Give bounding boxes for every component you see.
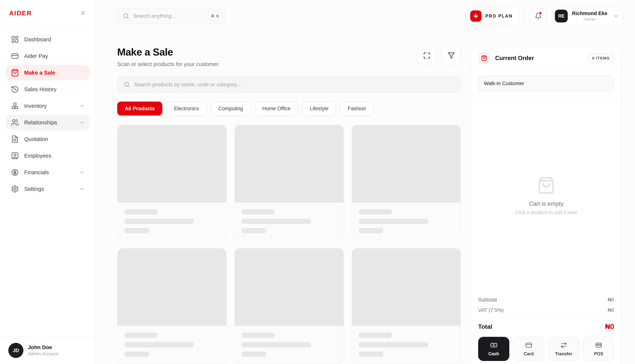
sidebar-item-label: Settings: [24, 186, 44, 192]
vat-value: ₦0: [607, 307, 614, 313]
payment-method-transfer[interactable]: Transfer: [548, 337, 579, 361]
category-pill-electronics[interactable]: Electronics: [166, 102, 207, 116]
category-filter-bar: All Products Electronics Computing Home …: [117, 102, 461, 116]
gear-icon: [11, 185, 19, 193]
chevron-down-icon: [79, 120, 85, 125]
global-search-input[interactable]: [133, 13, 204, 19]
category-pill-computing[interactable]: Computing: [211, 102, 251, 116]
chevron-down-icon: [613, 13, 619, 19]
empty-cart-subtitle: Click a product to add it here: [515, 210, 577, 216]
category-pill-lifestyle[interactable]: Lifestyle: [302, 102, 336, 116]
total-label: Total: [478, 323, 492, 330]
sidebar-item-financials[interactable]: Financials: [6, 165, 90, 180]
customer-select[interactable]: Walk-in Customer: [478, 76, 614, 91]
funnel-filter-icon: [448, 52, 455, 59]
order-panel-header: Current Order 0 ITEMS: [471, 46, 621, 70]
page-header: Make a Sale Scan or select products for …: [117, 46, 461, 68]
banknote-icon: [490, 342, 497, 349]
product-card-skeleton: [117, 248, 227, 364]
payment-method-selector: Cash Card Transfer POS: [471, 336, 621, 361]
vat-label: VAT (7.5%): [478, 307, 504, 313]
payment-label: Card: [524, 351, 533, 356]
sidebar-item-aider-pay[interactable]: Aider Pay: [6, 48, 90, 64]
sidebar-item-label: Quotation: [24, 136, 48, 142]
sidebar-account[interactable]: JD John Doe Admin Account: [0, 336, 96, 364]
users-icon: [11, 118, 19, 126]
product-card-skeleton: [234, 248, 344, 364]
product-card-skeleton: [352, 124, 461, 240]
sidebar-item-employees[interactable]: Employees: [6, 148, 90, 164]
sidebar-item-label: Aider Pay: [24, 53, 48, 59]
sidebar-item-settings[interactable]: Settings: [6, 181, 90, 197]
sidebar-item-label: Inventory: [24, 103, 47, 109]
sidebar-menu: Dashboard Aider Pay Make a Sale Sales Hi…: [0, 26, 96, 336]
credit-card-icon: [525, 342, 532, 349]
history-clock-icon: [11, 85, 19, 93]
sidebar-item-label: Sales History: [24, 86, 57, 92]
page-title: Make a Sale: [117, 46, 220, 58]
account-role: Admin Account: [28, 351, 58, 356]
payment-method-cash[interactable]: Cash: [478, 337, 509, 361]
filter-button[interactable]: [442, 46, 461, 65]
lightning-bolt-icon: [470, 10, 482, 22]
skeleton-image: [235, 125, 344, 202]
shopping-bag-icon: [478, 52, 490, 64]
user-role: Owner: [572, 17, 607, 22]
product-search[interactable]: [117, 76, 461, 92]
shopping-bag-icon: [11, 69, 19, 77]
topbar-actions: PRO PLAN RE Richmond Eke Owner: [467, 7, 624, 25]
account-name: John Doe: [28, 344, 58, 350]
close-icon: [79, 10, 87, 16]
user-menu[interactable]: RE Richmond Eke Owner: [552, 7, 624, 25]
category-pill-fashion[interactable]: Fashion: [340, 102, 374, 116]
total-value: ₦0: [605, 323, 614, 331]
empty-cart-title: Cart is empty: [529, 200, 563, 207]
dashboard-grid-icon: [11, 36, 19, 44]
subtotal-value: ₦0: [607, 297, 614, 303]
sidebar-close-button[interactable]: [79, 10, 87, 16]
sidebar-header: AIDER: [0, 0, 96, 26]
topbar: ⌘ K PRO PLAN RE Richmond Eke: [96, 0, 635, 32]
sidebar-item-relationships[interactable]: Relationships: [6, 115, 90, 130]
empty-cart-state: Cart is empty Click a product to add it …: [471, 97, 621, 295]
sidebar-item-inventory[interactable]: Inventory: [6, 98, 90, 114]
chevron-down-icon: [79, 186, 85, 192]
document-icon: [11, 135, 19, 143]
payment-method-card[interactable]: Card: [513, 337, 544, 361]
sidebar-item-quotation[interactable]: Quotation: [6, 132, 90, 147]
subtotal-row: Subtotal ₦0: [478, 297, 614, 303]
sidebar-item-make-a-sale[interactable]: Make a Sale: [6, 65, 90, 80]
sidebar: AIDER Dashboard Aider Pay Make a Sale Sa…: [0, 0, 96, 364]
global-search[interactable]: ⌘ K: [117, 8, 226, 24]
barcode-scan-button[interactable]: [417, 46, 437, 65]
pro-plan-label: PRO PLAN: [485, 14, 513, 19]
topbar-divider: [524, 12, 525, 20]
product-search-input[interactable]: [134, 82, 455, 88]
items-count-badge: 0 ITEMS: [587, 53, 614, 63]
sidebar-item-dashboard[interactable]: Dashboard: [6, 32, 90, 47]
page-header-actions: [417, 46, 461, 65]
product-card-skeleton: [117, 124, 227, 240]
payment-method-pos[interactable]: POS: [583, 337, 614, 361]
payment-label: Transfer: [555, 351, 572, 356]
summary-divider: [478, 318, 614, 318]
notifications-button[interactable]: [530, 8, 546, 24]
dollar-badge-icon: [11, 168, 19, 176]
pro-plan-button[interactable]: PRO PLAN: [467, 7, 519, 25]
category-pill-all-products[interactable]: All Products: [117, 102, 162, 116]
vat-row: VAT (7.5%) ₦0: [478, 307, 614, 313]
app-window: AIDER Dashboard Aider Pay Make a Sale Sa…: [0, 0, 635, 364]
user-avatar: RE: [555, 10, 568, 22]
content: Make a Sale Scan or select products for …: [96, 32, 635, 364]
sidebar-item-sales-history[interactable]: Sales History: [6, 82, 90, 97]
skeleton-image: [352, 125, 461, 202]
scan-corners-icon: [423, 52, 430, 59]
order-summary: Subtotal ₦0 VAT (7.5%) ₦0 Total ₦0: [471, 295, 621, 336]
brand-logo: AIDER: [9, 10, 32, 17]
total-row: Total ₦0: [478, 323, 614, 331]
category-pill-home-office[interactable]: Home Office: [255, 102, 298, 116]
product-grid: [117, 124, 461, 364]
sidebar-item-label: Employees: [24, 153, 51, 159]
sidebar-item-label: Relationships: [24, 120, 57, 126]
search-icon: [123, 13, 129, 19]
